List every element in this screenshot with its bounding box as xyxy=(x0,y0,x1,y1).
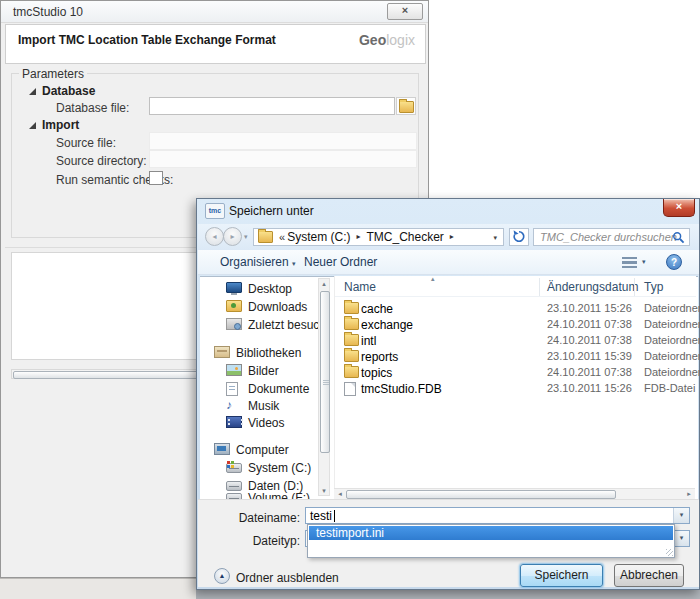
computer-icon xyxy=(214,443,230,455)
desktop-icon xyxy=(226,282,242,293)
source-directory-input[interactable] xyxy=(149,150,417,168)
sort-ascending-icon: ▴ xyxy=(431,275,435,283)
toolbar: Organisieren ▾ Neuer Ordner ▾ ? xyxy=(198,250,699,275)
sidebar-item-libraries[interactable]: Bibliotheken xyxy=(197,344,317,361)
address-bar: ◂ ▸ ▾ «System (C:)▸TMC_Checker▸ ▾ TMC_Ch… xyxy=(198,224,699,250)
dialog-close-button[interactable]: × xyxy=(663,199,695,217)
breadcrumb-separator-icon[interactable]: ▸ xyxy=(444,229,460,245)
sidebar-item-documents[interactable]: Dokumente xyxy=(197,380,317,397)
scroll-right-icon[interactable]: ▸ xyxy=(684,490,694,498)
database-section-header[interactable]: Database xyxy=(29,84,95,98)
folder-icon xyxy=(258,231,273,243)
sidebar-item-desktop[interactable]: Desktop xyxy=(197,280,317,297)
scroll-left-icon[interactable]: ◂ xyxy=(335,490,345,498)
save-as-dialog: tmc Speichern unter × ◂ ▸ ▾ «System (C:)… xyxy=(196,198,700,590)
sidebar-scrollbar[interactable]: ▴ ▾ xyxy=(318,278,330,496)
expander-icon[interactable] xyxy=(29,88,36,95)
search-placeholder: TMC_Checker durchsuchen xyxy=(540,231,677,243)
filename-value: testi xyxy=(310,509,332,523)
file-row-tmcstudio-fdb[interactable]: tmcStudio.FDB23.10.2011 15:26FDB-Datei xyxy=(335,380,696,396)
source-directory-label: Source directory: xyxy=(56,154,147,168)
sidebar-item-music[interactable]: ♪Musik xyxy=(197,397,317,414)
import-header-panel: Import TMC Location Table Exchange Forma… xyxy=(5,24,426,64)
text-caret xyxy=(334,510,335,522)
recent-places-icon xyxy=(226,318,242,330)
file-row-intl[interactable]: intl24.10.2011 07:38Dateiordner xyxy=(335,332,696,348)
breadcrumb-item-tmc-checker[interactable]: TMC_Checker xyxy=(366,229,443,245)
hide-folders-label[interactable]: Ordner ausblenden xyxy=(236,571,339,585)
change-view-button[interactable] xyxy=(622,257,637,268)
videos-icon xyxy=(226,416,242,428)
scroll-down-icon[interactable]: ▾ xyxy=(319,487,329,495)
file-list-header: Name ▴ Änderungsdatum Typ xyxy=(335,277,696,297)
file-row-reports[interactable]: reports23.10.2011 15:39Dateiordner xyxy=(335,348,696,364)
import-window-title: tmcStudio 10 xyxy=(13,5,83,19)
folder-icon xyxy=(344,334,359,346)
column-header-type[interactable]: Typ xyxy=(644,280,663,294)
column-divider[interactable] xyxy=(634,278,635,296)
thumb-grip xyxy=(323,380,329,385)
system-drive-icon xyxy=(226,463,242,473)
sidebar-item-videos[interactable]: Videos xyxy=(197,414,317,431)
file-row-cache[interactable]: cache23.10.2011 15:26Dateiordner xyxy=(335,300,696,316)
folder-icon xyxy=(344,302,359,314)
source-file-input[interactable] xyxy=(149,132,417,150)
refresh-button[interactable] xyxy=(509,228,529,246)
scrollbar-thumb[interactable] xyxy=(320,291,330,453)
filetype-dropdown-icon[interactable]: ▾ xyxy=(673,531,689,546)
search-input[interactable]: TMC_Checker durchsuchen xyxy=(533,228,690,246)
organize-button[interactable]: Organisieren ▾ xyxy=(220,255,296,269)
file-row-exchange[interactable]: exchange24.10.2011 07:38Dateiordner xyxy=(335,316,696,332)
column-header-date[interactable]: Änderungsdatum xyxy=(547,280,638,294)
filename-dropdown-icon[interactable]: ▾ xyxy=(673,508,689,523)
import-window-titlebar[interactable]: tmcStudio 10 × xyxy=(1,1,428,23)
import-section-label: Import xyxy=(42,118,79,132)
resize-grip-icon[interactable] xyxy=(666,549,673,556)
filename-input[interactable]: testi ▾ xyxy=(305,507,690,524)
recent-pages-dropdown-icon[interactable]: ▾ xyxy=(244,233,248,241)
expander-icon[interactable] xyxy=(29,122,36,129)
sidebar-item-computer[interactable]: Computer xyxy=(197,441,317,458)
breadcrumb[interactable]: «System (C:)▸TMC_Checker▸ ▾ xyxy=(253,228,504,246)
folder-icon xyxy=(399,101,414,113)
save-button[interactable]: Speichern xyxy=(520,564,603,587)
search-icon xyxy=(672,231,685,247)
geologix-logo: Geologix xyxy=(359,32,415,48)
breadcrumb-overflow-chevron[interactable]: « xyxy=(277,229,287,245)
import-section-header[interactable]: Import xyxy=(29,118,79,132)
sidebar-item-volume-f[interactable]: Volume (F:) xyxy=(197,489,317,499)
database-file-input[interactable] xyxy=(149,97,395,115)
file-row-topics[interactable]: topics24.10.2011 07:38Dateiordner xyxy=(335,364,696,380)
help-button[interactable]: ? xyxy=(666,254,682,270)
import-window-close-button[interactable]: × xyxy=(387,3,423,20)
run-semantic-checks-checkbox[interactable] xyxy=(149,171,163,185)
sidebar-item-system-c[interactable]: System (C:) xyxy=(197,459,317,476)
sidebar-item-downloads[interactable]: Downloads xyxy=(197,298,317,315)
desktop-background-right xyxy=(196,590,700,599)
column-header-name[interactable]: Name xyxy=(344,280,376,294)
filename-label: Dateiname: xyxy=(212,511,300,525)
file-list: Name ▴ Änderungsdatum Typ cache23.10.201… xyxy=(334,276,696,499)
breadcrumb-separator-icon[interactable]: ▸ xyxy=(350,229,366,245)
breadcrumb-item-system-c[interactable]: System (C:) xyxy=(287,229,350,245)
file-icon xyxy=(344,382,356,396)
column-divider[interactable] xyxy=(539,278,540,296)
sidebar-item-pictures[interactable]: Bilder xyxy=(197,362,317,379)
app-icon: tmc xyxy=(205,203,225,219)
forward-button[interactable]: ▸ xyxy=(223,227,242,246)
file-list-horizontal-scrollbar[interactable]: ◂ ▸ xyxy=(334,488,695,499)
filetype-option-selected[interactable]: testimport.ini xyxy=(309,526,673,540)
import-header-title: Import TMC Location Table Exchange Forma… xyxy=(18,33,276,47)
logo-part-logix: logix xyxy=(386,32,415,48)
view-dropdown-icon[interactable]: ▾ xyxy=(642,258,646,266)
sidebar-item-recent-places[interactable]: Zuletzt besucht xyxy=(197,316,317,333)
scroll-up-icon[interactable]: ▴ xyxy=(319,280,329,288)
hide-folders-button[interactable]: ▲ xyxy=(214,568,230,584)
browse-button[interactable] xyxy=(396,97,416,115)
back-button[interactable]: ◂ xyxy=(205,227,224,246)
address-dropdown-icon[interactable]: ▾ xyxy=(493,234,497,242)
new-folder-button[interactable]: Neuer Ordner xyxy=(304,255,377,269)
dialog-footer: Dateiname: testi ▾ Dateityp: ▾ testimpor… xyxy=(198,499,699,587)
cancel-button[interactable]: Abbrechen xyxy=(614,564,684,587)
scrollbar-thumb[interactable] xyxy=(346,490,616,499)
